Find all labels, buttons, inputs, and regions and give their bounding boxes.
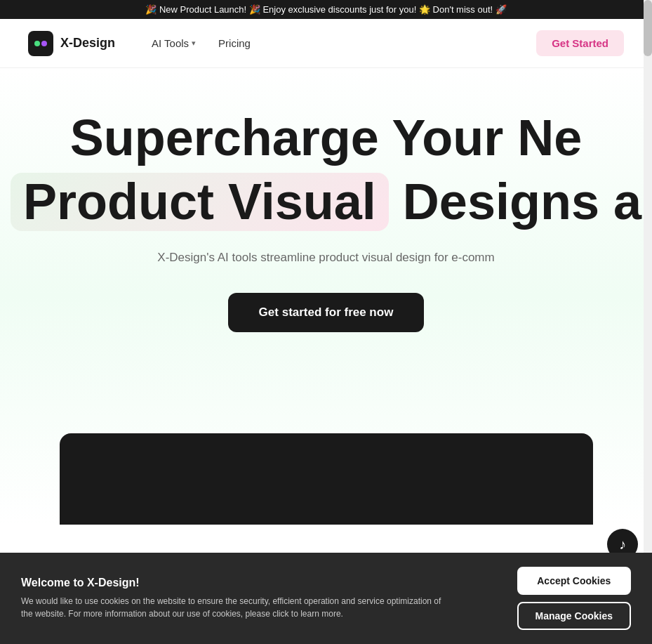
navbar-left: X-Design AI Tools ▾ Pricing (28, 31, 259, 56)
logo-dot-green (34, 41, 40, 46)
logo-text: X-Design (60, 36, 115, 51)
logo-icon (28, 31, 53, 56)
nav-links: AI Tools ▾ Pricing (143, 32, 259, 55)
hero-title-line1: Supercharge Your Ne (28, 110, 624, 166)
nav-ai-tools-label: AI Tools (152, 37, 189, 49)
accept-cookies-label: Accept Cookies (537, 575, 611, 586)
announcement-text: 🎉 New Product Launch! 🎉 Enjoy exclusive … (145, 4, 506, 15)
cookie-title: Welcome to X-Design! (21, 577, 503, 589)
navbar: X-Design AI Tools ▾ Pricing Get Started (0, 19, 652, 68)
cookie-buttons: Accept Cookies Manage Cookies (517, 567, 631, 630)
scrollbar[interactable] (644, 0, 652, 644)
get-started-button[interactable]: Get Started (536, 30, 624, 56)
tiktok-icon: ♪ (619, 537, 626, 553)
hero-section: Supercharge Your Ne Product Visual Desig… (0, 68, 652, 525)
hero-title-highlight: Product Visual (11, 173, 389, 231)
logo-icon-inner (34, 41, 47, 46)
logo[interactable]: X-Design (28, 31, 115, 56)
logo-dot-purple (41, 41, 47, 46)
manage-cookies-button[interactable]: Manage Cookies (517, 602, 631, 630)
chevron-down-icon: ▾ (192, 39, 196, 48)
nav-pricing-label: Pricing (218, 37, 251, 49)
nav-item-ai-tools[interactable]: AI Tools ▾ (143, 32, 204, 55)
hero-cta-label: Get started for free now (259, 305, 394, 319)
manage-cookies-label: Manage Cookies (535, 610, 613, 622)
cookie-text: We would like to use cookies on the webs… (21, 595, 442, 620)
cookie-content: Welcome to X-Design! We would like to us… (21, 577, 503, 620)
hero-title-rest: Designs a (403, 174, 641, 230)
hero-subtitle: X-Design's AI tools streamline product v… (116, 248, 537, 267)
announcement-bar: 🎉 New Product Launch! 🎉 Enjoy exclusive … (0, 0, 652, 19)
get-started-label: Get Started (552, 37, 608, 49)
cookie-banner: Welcome to X-Design! We would like to us… (0, 553, 652, 644)
accept-cookies-button[interactable]: Accept Cookies (517, 567, 631, 595)
hero-cta-button[interactable]: Get started for free now (228, 293, 425, 332)
hero-title-line2: Product Visual Designs a (28, 173, 624, 231)
nav-item-pricing[interactable]: Pricing (210, 32, 259, 55)
preview-section (60, 433, 593, 525)
scrollbar-thumb[interactable] (644, 0, 652, 56)
